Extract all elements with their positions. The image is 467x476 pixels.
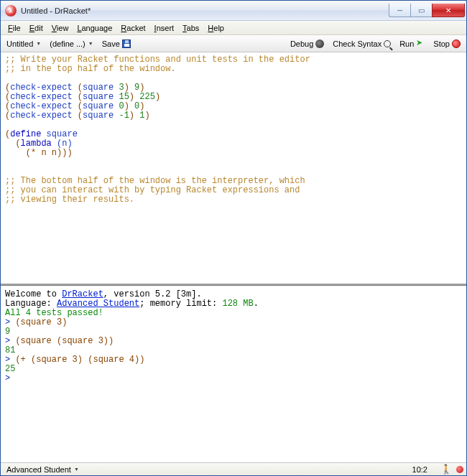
menu-edit[interactable]: Edit: [25, 22, 47, 34]
close-button[interactable]: ✕: [432, 4, 465, 17]
language-selector[interactable]: Advanced Student▼: [4, 464, 82, 475]
statusbar: Advanced Student▼ 10:2 🚶: [1, 462, 466, 475]
menu-tabs[interactable]: Tabs: [178, 22, 203, 34]
save-button[interactable]: Save: [99, 38, 134, 50]
app-window: λ Untitled - DrRacket* ─ ▭ ✕ File Edit V…: [0, 0, 467, 476]
gc-indicator[interactable]: [456, 466, 463, 473]
check-syntax-button[interactable]: Check Syntax: [330, 38, 394, 50]
floppy-icon: [122, 39, 131, 48]
maximize-button[interactable]: ▭: [410, 4, 432, 17]
titlebar[interactable]: λ Untitled - DrRacket* ─ ▭ ✕: [1, 1, 466, 21]
menu-racket[interactable]: Racket: [116, 22, 149, 34]
running-man-icon: 🚶: [440, 465, 452, 474]
file-dropdown[interactable]: Untitled▼: [4, 38, 44, 50]
menu-help[interactable]: Help: [203, 22, 228, 34]
debug-button[interactable]: Debug: [287, 38, 327, 50]
cursor-position: 10:2: [412, 465, 427, 474]
window-title: Untitled - DrRacket*: [21, 6, 389, 15]
definitions-dropdown[interactable]: (define ...)▼: [47, 38, 96, 50]
menubar: File Edit View Language Racket Insert Ta…: [1, 21, 466, 35]
menu-view[interactable]: View: [47, 22, 73, 34]
magnifier-icon: [384, 40, 391, 47]
app-icon: λ: [5, 5, 17, 17]
menu-insert[interactable]: Insert: [150, 22, 179, 34]
stop-button[interactable]: Stop: [430, 38, 463, 50]
menu-language[interactable]: Language: [73, 22, 116, 34]
minimize-button[interactable]: ─: [389, 4, 410, 17]
stop-icon: [452, 39, 461, 48]
run-button[interactable]: Run: [397, 38, 427, 50]
definitions-pane[interactable]: ;; Write your Racket functions and unit …: [1, 52, 466, 285]
toolbar: Untitled▼ (define ...)▼ Save Debug Check…: [1, 35, 466, 52]
run-icon: [416, 39, 425, 48]
interactions-pane[interactable]: Welcome to DrRacket, version 5.2 [3m]. L…: [1, 287, 466, 462]
bug-icon: [315, 39, 324, 48]
menu-file[interactable]: File: [4, 22, 25, 34]
